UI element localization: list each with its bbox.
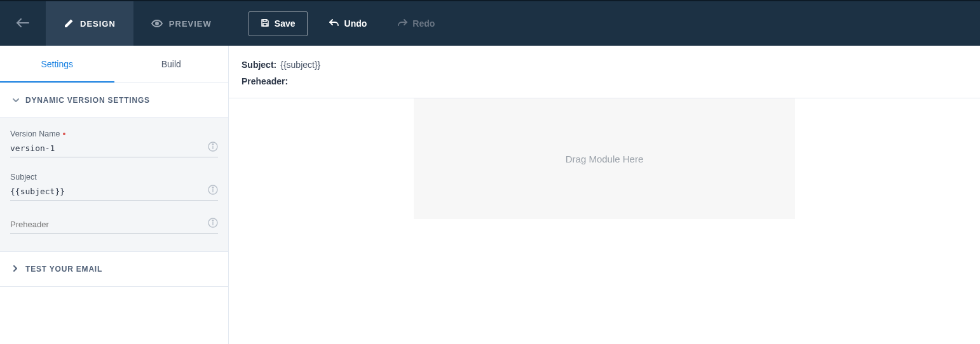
field-preheader [10,216,218,234]
section-dynamic-body: Version Name • Subject [0,117,228,252]
body: Settings Build DYNAMIC VERSION SETTINGS … [0,46,980,344]
preheader-input[interactable] [10,216,218,234]
svg-point-9 [212,187,214,189]
mail-subject-label: Subject: [242,60,276,70]
info-icon[interactable] [208,185,218,197]
subtab-build-label: Build [161,59,181,69]
undo-button[interactable]: Undo [320,13,376,34]
chevron-right-icon [13,265,18,274]
pencil-icon [64,18,74,29]
arrow-left-icon [17,18,29,29]
svg-point-6 [212,144,214,145]
mail-subject-value: {{subject}} [280,60,320,70]
module-drop-zone[interactable]: Drag Module Here [414,98,795,219]
section-test-title: TEST YOUR EMAIL [25,265,102,274]
drop-zone-text: Drag Module Here [566,154,644,164]
tab-design-label: DESIGN [80,19,116,29]
save-button[interactable]: Save [248,11,308,36]
field-version-name: Version Name • [10,129,218,157]
tab-preview[interactable]: PREVIEW [133,1,229,46]
mail-subject-row: Subject: {{subject}} [242,60,967,70]
version-name-input[interactable] [10,140,218,157]
section-test-header[interactable]: TEST YOUR EMAIL [0,252,228,287]
undo-label: Undo [344,18,367,29]
field-subject: Subject [10,173,218,201]
canvas: Drag Module Here [229,98,980,344]
undo-icon [329,18,339,29]
main: Subject: {{subject}} Preheader: Drag Mod… [229,46,980,344]
subject-input[interactable] [10,183,218,201]
section-dynamic-header[interactable]: DYNAMIC VERSION SETTINGS [0,83,228,117]
topbar: DESIGN PREVIEW Save Undo Redo [0,1,980,46]
required-indicator: • [63,129,66,138]
save-icon [261,18,269,29]
eye-icon [151,20,163,27]
info-icon[interactable] [208,218,218,230]
field-subject-label: Subject [10,173,37,182]
redo-label: Redo [412,18,435,29]
subtab-build[interactable]: Build [114,46,229,83]
toolbar: Save Undo Redo [248,1,444,46]
sidebar-subtabs: Settings Build [0,46,228,83]
back-button[interactable] [0,1,46,46]
subtab-settings-label: Settings [41,59,73,69]
mail-preheader-row: Preheader: [242,76,967,86]
subtab-settings[interactable]: Settings [0,46,114,83]
chevron-down-icon [13,98,19,103]
info-icon[interactable] [208,142,218,154]
svg-point-12 [212,220,214,222]
redo-icon [397,18,407,29]
sidebar: Settings Build DYNAMIC VERSION SETTINGS … [0,46,229,344]
mail-header: Subject: {{subject}} Preheader: [229,46,980,98]
field-version-name-label: Version Name [10,129,60,138]
section-dynamic-title: DYNAMIC VERSION SETTINGS [25,96,150,105]
svg-rect-2 [263,20,266,22]
tab-preview-label: PREVIEW [169,19,212,29]
save-label: Save [275,18,296,29]
tab-design[interactable]: DESIGN [46,1,133,46]
field-version-name-label-row: Version Name • [10,129,218,138]
redo-button[interactable]: Redo [388,13,444,34]
mail-preheader-label: Preheader: [242,76,288,86]
svg-rect-3 [263,23,267,26]
svg-point-1 [156,22,158,25]
